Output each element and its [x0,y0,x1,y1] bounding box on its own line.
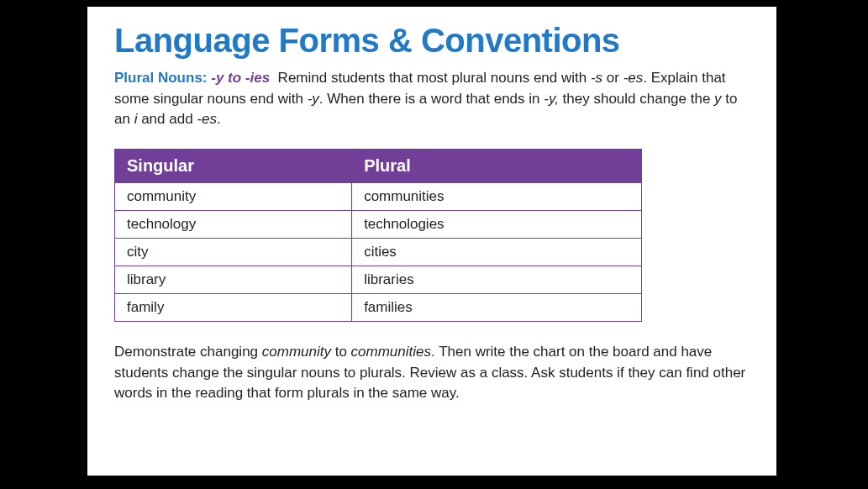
footer-em: community [262,344,331,360]
cell-plural: technologies [352,210,642,238]
intro-paragraph: Plural Nouns: -y to -ies Remind students… [114,68,750,130]
table-row: city cities [115,238,642,266]
intro-text: they should change the [559,91,714,107]
cell-singular: family [115,293,352,321]
cell-singular: city [115,238,352,266]
col-header-singular: Singular [115,149,352,182]
intro-em: -s [591,70,602,86]
intro-text: . [217,111,221,127]
intro-em: -y, [544,91,559,107]
cell-singular: technology [115,210,352,238]
cell-plural: cities [352,238,642,266]
footer-text: to [331,344,351,360]
table-header-row: Singular Plural [115,149,642,182]
cell-plural: families [352,293,642,321]
intro-em: -es [197,111,217,127]
cell-singular: library [115,266,352,293]
intro-text: . When there is a word that ends in [319,91,544,107]
document-page: Language Forms & Conventions Plural Noun… [87,7,776,476]
cell-plural: libraries [352,266,642,293]
col-header-plural: Plural [352,149,642,182]
footer-em: communities [351,344,431,360]
page-title: Language Forms & Conventions [114,22,750,60]
table-row: technology technologies [115,210,642,238]
table-row: library libraries [115,266,642,293]
table-row: community communities [115,182,642,210]
intro-em: -y [308,91,319,107]
cell-plural: communities [352,182,642,210]
intro-em: -es [623,70,644,86]
plurals-table: Singular Plural community communities te… [114,149,642,322]
lead-sub: -y to -ies [211,70,270,86]
cell-singular: community [115,182,352,210]
lead-label: Plural Nouns: [114,70,208,86]
footer-paragraph: Demonstrate changing community to commun… [114,342,750,404]
footer-text: Demonstrate changing [114,344,262,360]
intro-text: Remind students that most plural nouns e… [278,70,591,86]
intro-text: and add [137,111,197,127]
intro-em: y [714,91,722,107]
table-row: family families [115,293,642,321]
intro-text: or [602,70,623,86]
